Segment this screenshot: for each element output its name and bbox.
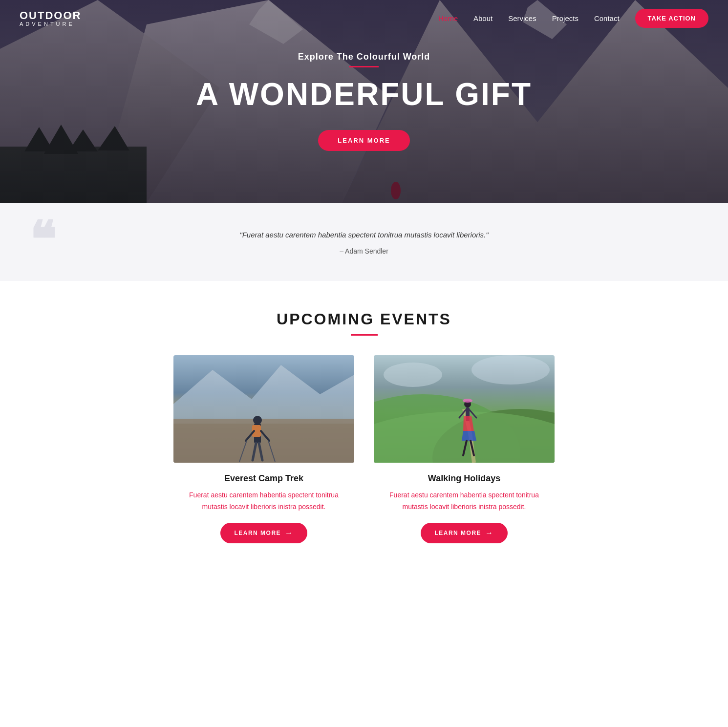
hero-content: Explore The Colourful World A WONDERFUL … xyxy=(196,52,532,151)
arrow-right-icon-2: → xyxy=(485,529,494,537)
event-card-2: Walking Holidays Fuerat aestu carentem h… xyxy=(374,355,555,543)
quote-text: "Fuerat aestu carentem habentia spectent… xyxy=(239,229,488,241)
nav-contact[interactable]: Contact xyxy=(594,14,620,22)
event-1-desc: Fuerat aestu carentem habentia spectent … xyxy=(186,490,342,513)
quote-mark-icon: ❝ xyxy=(29,216,52,265)
svg-point-41 xyxy=(463,399,472,403)
svg-marker-36 xyxy=(462,431,476,441)
nav-projects[interactable]: Projects xyxy=(552,14,578,22)
event-2-desc: Fuerat aestu carentem habentia spectent … xyxy=(386,490,542,513)
event-2-desc-link: habentia xyxy=(460,491,487,499)
nav-about[interactable]: About xyxy=(473,14,492,22)
event-2-learn-more-button[interactable]: LEARN MORE → xyxy=(421,523,507,543)
logo-name: OUTDOOR xyxy=(20,10,81,21)
arrow-right-icon: → xyxy=(285,529,294,537)
hero-subtitle: Explore The Colourful World xyxy=(196,52,532,62)
take-action-button[interactable]: TAKE ACTION xyxy=(635,9,708,28)
logo-sub: ADVENTURE xyxy=(20,21,81,27)
svg-point-31 xyxy=(384,363,442,387)
svg-point-32 xyxy=(471,355,550,385)
event-2-desc-start: Fuerat aestu carentem xyxy=(389,491,460,499)
event-1-desc-start: Fuerat aestu carentem xyxy=(189,491,260,499)
event-image-1 xyxy=(173,355,354,463)
event-image-2 xyxy=(374,355,555,463)
quote-content: "Fuerat aestu carentem habentia spectent… xyxy=(239,229,488,255)
quote-author: – Adam Sendler xyxy=(239,247,488,255)
events-title-wrap: UPCOMING EVENTS xyxy=(20,310,708,336)
svg-rect-16 xyxy=(173,419,354,463)
events-title: UPCOMING EVENTS xyxy=(20,310,708,328)
nav-links: Home About Services Projects Contact TAK… xyxy=(438,9,708,28)
events-title-divider xyxy=(351,334,378,336)
events-grid: Everest Camp Trek Fuerat aestu carentem … xyxy=(20,355,708,543)
logo: OUTDOOR ADVENTURE xyxy=(20,10,81,27)
event-1-name: Everest Camp Trek xyxy=(173,473,354,484)
quote-section: ❝ "Fuerat aestu carentem habentia specte… xyxy=(0,203,728,281)
event-1-btn-label: LEARN MORE xyxy=(234,530,281,536)
nav-services[interactable]: Services xyxy=(508,14,536,22)
event-card-1: Everest Camp Trek Fuerat aestu carentem … xyxy=(173,355,354,543)
navbar: OUTDOOR ADVENTURE Home About Services Pr… xyxy=(0,0,728,37)
hero-divider xyxy=(349,66,379,67)
events-section: UPCOMING EVENTS xyxy=(0,281,728,573)
hero-learn-more-button[interactable]: LEARN MORE xyxy=(318,130,409,151)
nav-home[interactable]: Home xyxy=(438,14,458,22)
hero-title: A WONDERFUL GIFT xyxy=(196,76,532,112)
event-1-learn-more-button[interactable]: LEARN MORE → xyxy=(220,523,307,543)
event-1-desc-link: habentia xyxy=(260,491,286,499)
event-2-btn-label: LEARN MORE xyxy=(434,530,481,536)
event-2-name: Walking Holidays xyxy=(374,473,555,484)
svg-point-18 xyxy=(253,416,262,425)
